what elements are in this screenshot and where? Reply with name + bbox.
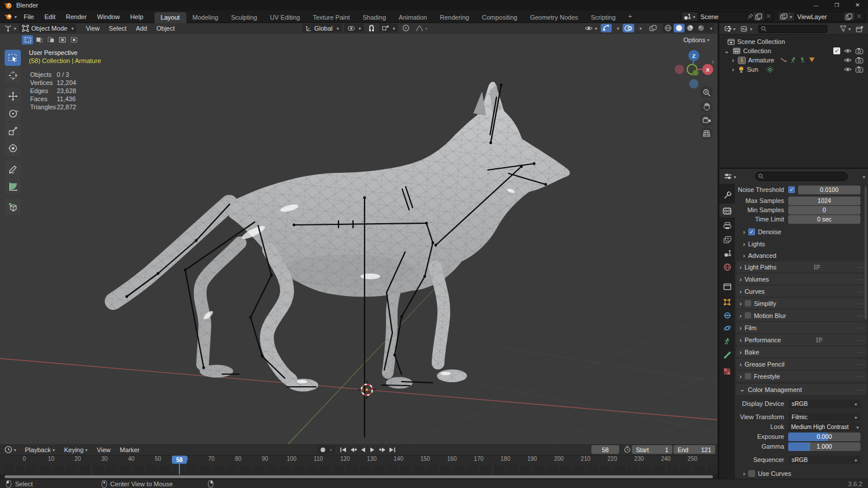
properties-panel-header[interactable]: Bake [736, 346, 867, 357]
scene-new-copy-button[interactable] [753, 12, 764, 21]
jump-to-end-button[interactable] [388, 445, 397, 454]
proportional-falloff-selector[interactable] [414, 24, 429, 32]
snap-target-selector[interactable] [379, 24, 398, 32]
viewlayer-remove-icon[interactable]: ✕ [854, 13, 864, 20]
select-mode-intersect-button[interactable] [68, 35, 79, 45]
collection-checkbox[interactable] [833, 47, 840, 54]
viewport-3d[interactable]: User Perspective (58) Collection | Armat… [0, 34, 718, 444]
exposure-slider[interactable]: 0.000 [788, 432, 860, 441]
tab-scene[interactable] [719, 246, 735, 260]
shading-wireframe-button[interactable] [663, 24, 674, 32]
play-button[interactable] [368, 445, 377, 454]
timeline-menu-item[interactable]: Marker [115, 445, 144, 454]
panel-checkbox[interactable] [745, 373, 751, 379]
tool-measure[interactable] [5, 178, 21, 194]
tab-texture[interactable] [719, 364, 735, 378]
tab-render[interactable] [719, 204, 735, 217]
tab-tool[interactable] [719, 188, 735, 202]
outliner-row-scene-collection[interactable]: Scene Collection [719, 37, 868, 46]
select-mode-new-button[interactable] [22, 35, 33, 45]
properties-panel-header[interactable]: Performance [736, 334, 867, 345]
gamma-slider[interactable]: 1.000 [788, 442, 860, 451]
overlays-toggle[interactable] [623, 24, 634, 32]
use-curves-checkbox[interactable] [748, 470, 755, 477]
mode-selector[interactable]: Object Mode [19, 24, 76, 32]
pin-icon[interactable] [747, 13, 753, 20]
app-menu-button[interactable] [2, 12, 19, 21]
workspace-tab[interactable]: Scripting [584, 12, 622, 23]
noise-threshold-field[interactable]: 0.0100 [798, 186, 860, 194]
render-visibility-camera-icon[interactable] [855, 47, 863, 54]
tool-rotate[interactable] [5, 105, 21, 121]
close-icon[interactable] [847, 0, 868, 10]
properties-search-input[interactable] [755, 172, 848, 181]
tab-view-layer[interactable] [719, 232, 735, 246]
gizmos-dropdown[interactable] [613, 24, 621, 32]
noise-threshold-checkbox[interactable] [788, 186, 795, 193]
denoise-checkbox[interactable] [748, 228, 755, 235]
render-visibility-camera-icon[interactable] [855, 57, 863, 64]
max-samples-field[interactable]: 1024 [788, 197, 860, 205]
viewport-menu-item[interactable]: Add [131, 24, 152, 33]
select-mode-subtract-button[interactable] [45, 35, 56, 45]
minimize-icon[interactable] [806, 0, 826, 10]
viewport-menu-item[interactable]: View [81, 24, 104, 33]
tab-constraints[interactable] [719, 308, 735, 322]
tab-bone[interactable] [719, 348, 735, 362]
tool-annotate[interactable] [5, 161, 21, 177]
timeline-menu-item[interactable]: Keying [60, 445, 93, 454]
tab-armature-data[interactable] [719, 334, 735, 348]
outliner-filter-button[interactable] [838, 24, 852, 33]
menu-item[interactable]: Render [61, 12, 92, 22]
workspace-tab[interactable]: Sculpting [225, 12, 263, 23]
jump-to-start-button[interactable] [339, 445, 348, 454]
end-frame-field[interactable]: End121 [674, 445, 715, 454]
transform-orientation-selector[interactable]: Global [302, 24, 342, 32]
region-collapse-icon[interactable] [712, 58, 714, 66]
tool-scale[interactable] [5, 123, 21, 139]
min-samples-field[interactable]: 0 [788, 206, 860, 215]
workspace-tab[interactable]: Texture Paint [306, 12, 356, 23]
viewlayer-name[interactable]: ViewLayer [794, 13, 844, 20]
look-dropdown[interactable]: Medium High Contrast [788, 423, 860, 431]
xray-toggle[interactable] [648, 24, 659, 32]
timeline-menu-item[interactable]: Playback [20, 445, 60, 454]
snap-toggle[interactable] [366, 24, 377, 32]
tab-world[interactable] [719, 260, 735, 274]
tool-select-box[interactable] [5, 50, 21, 66]
presets-icon[interactable] [816, 337, 823, 343]
start-frame-field[interactable]: Start1 [632, 445, 672, 454]
menu-item[interactable]: File [19, 12, 39, 22]
properties-options-icon[interactable] [863, 173, 865, 180]
timeline-editor-type-button[interactable] [3, 445, 18, 454]
navigation-gizmo[interactable]: Z X [674, 49, 715, 90]
select-mode-extend-button[interactable] [34, 35, 45, 45]
tool-add-cube[interactable] [5, 199, 21, 215]
outliner-row-armature[interactable]: Armature [719, 56, 868, 65]
viewlayer-new-copy-button[interactable] [844, 12, 854, 21]
maximize-icon[interactable] [826, 0, 847, 10]
menu-item[interactable]: Help [125, 12, 149, 22]
scene-unlink-icon[interactable]: ✕ [764, 13, 774, 20]
outliner-row-collection[interactable]: Collection [719, 46, 868, 56]
options-button[interactable]: Options [680, 35, 713, 44]
outliner-row-sun[interactable]: Sun [719, 65, 868, 74]
eye-icon[interactable] [844, 57, 852, 64]
proportional-editing-toggle[interactable] [400, 24, 411, 32]
auto-keying-toggle[interactable] [317, 445, 335, 454]
camera-view-button[interactable] [700, 114, 713, 127]
gizmos-toggle[interactable] [601, 24, 612, 32]
timeline-ruler[interactable]: 0102030405060708090100110120130140150160… [24, 456, 719, 465]
menu-item[interactable]: Window [92, 12, 125, 22]
viewport-menu-item[interactable]: Object [152, 24, 179, 33]
menu-item[interactable]: Edit [39, 12, 61, 22]
properties-panel-header[interactable]: Film [736, 322, 867, 333]
panel-checkbox[interactable] [745, 312, 751, 319]
zoom-button[interactable] [700, 86, 713, 99]
tool-cursor[interactable] [5, 67, 21, 83]
time-limit-field[interactable]: 0 sec [788, 215, 860, 224]
next-keyframe-button[interactable] [378, 445, 387, 454]
tool-move[interactable] [5, 88, 21, 104]
properties-scrollbar[interactable] [865, 186, 867, 319]
shading-dropdown[interactable] [707, 24, 714, 32]
